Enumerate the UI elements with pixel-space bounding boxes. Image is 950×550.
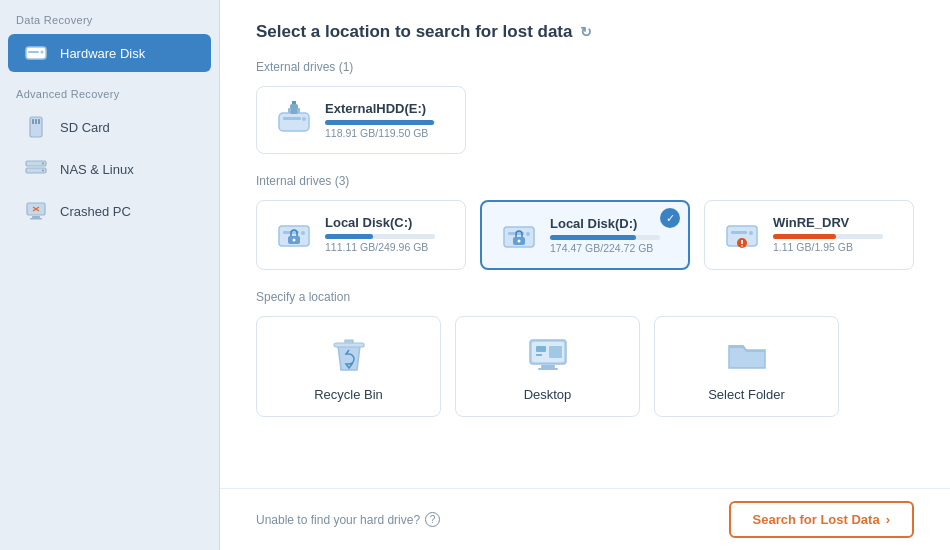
- main-content: Select a location to search for lost dat…: [220, 0, 950, 488]
- winre-name: WinRE_DRV: [773, 215, 883, 230]
- external-hdd-bar-container: [325, 120, 435, 125]
- svg-point-2: [41, 51, 44, 54]
- desktop-label: Desktop: [524, 387, 572, 402]
- external-hdd-size: 118.91 GB/119.50 GB: [325, 127, 435, 139]
- svg-rect-33: [731, 231, 747, 234]
- svg-rect-41: [536, 346, 546, 352]
- nas-linux-label: NAS & Linux: [60, 162, 134, 177]
- drive-card-winre[interactable]: WinRE_DRV 1.11 GB/1.95 GB: [704, 200, 914, 270]
- selected-check-badge: ✓: [660, 208, 680, 228]
- crashed-pc-label: Crashed PC: [60, 204, 131, 219]
- winre-size: 1.11 GB/1.95 GB: [773, 241, 883, 253]
- internal-drives-section-label: Internal drives (3): [256, 174, 914, 188]
- svg-rect-20: [288, 108, 291, 113]
- internal-drives-row: Local Disk(C:) 111.11 GB/249.96 GB ✓: [256, 200, 914, 270]
- hint-icon[interactable]: ?: [425, 512, 440, 527]
- footer: Unable to find your hard drive? ? Search…: [220, 488, 950, 550]
- external-hdd-bar: [325, 120, 434, 125]
- specify-location-row: Recycle Bin Desktop: [256, 316, 914, 417]
- svg-rect-19: [290, 104, 298, 114]
- drive-card-local-d[interactable]: ✓ Local Disk(D:): [480, 200, 690, 270]
- sd-card-icon: [22, 116, 50, 138]
- svg-point-10: [42, 170, 44, 172]
- local-c-bar: [325, 234, 373, 239]
- winre-icon: [721, 213, 763, 255]
- local-c-bar-container: [325, 234, 435, 239]
- external-drives-row: ExternalHDD(E:) 118.91 GB/119.50 GB: [256, 86, 914, 154]
- search-for-lost-data-button[interactable]: Search for Lost Data ›: [729, 501, 915, 538]
- svg-rect-6: [38, 119, 40, 124]
- desktop-icon: [524, 331, 572, 379]
- svg-rect-12: [32, 216, 40, 218]
- select-folder-label: Select Folder: [708, 387, 785, 402]
- specify-location-label: Specify a location: [256, 290, 914, 304]
- external-drives-section-label: External drives (1): [256, 60, 914, 74]
- sidebar-item-hardware-disk[interactable]: Hardware Disk: [8, 34, 211, 72]
- svg-rect-5: [35, 119, 37, 124]
- external-hdd-name: ExternalHDD(E:): [325, 101, 435, 116]
- svg-point-31: [518, 240, 521, 243]
- svg-rect-42: [536, 354, 542, 356]
- svg-point-26: [293, 239, 296, 242]
- svg-rect-4: [32, 119, 34, 124]
- local-d-bar: [550, 235, 636, 240]
- drive-card-local-c[interactable]: Local Disk(C:) 111.11 GB/249.96 GB: [256, 200, 466, 270]
- refresh-icon[interactable]: ↻: [580, 24, 592, 40]
- hardware-disk-label: Hardware Disk: [60, 46, 145, 61]
- winre-bar-container: [773, 234, 883, 239]
- svg-point-37: [741, 245, 743, 247]
- sd-card-label: SD Card: [60, 120, 110, 135]
- sidebar: Data Recovery Hardware Disk Advanced Rec…: [0, 0, 220, 550]
- local-c-icon: [273, 213, 315, 255]
- svg-point-18: [302, 117, 306, 121]
- nas-linux-icon: [22, 158, 50, 180]
- location-card-select-folder[interactable]: Select Folder: [654, 316, 839, 417]
- sidebar-item-sd-card[interactable]: SD Card: [8, 108, 211, 146]
- external-hdd-icon: [273, 99, 315, 141]
- recycle-bin-label: Recycle Bin: [314, 387, 383, 402]
- local-d-name: Local Disk(D:): [550, 216, 660, 231]
- svg-rect-13: [30, 218, 42, 220]
- footer-hint: Unable to find your hard drive? ?: [256, 512, 440, 527]
- recycle-bin-icon: [325, 331, 373, 379]
- winre-bar: [773, 234, 836, 239]
- sidebar-data-recovery-label: Data Recovery: [0, 0, 219, 32]
- local-c-name: Local Disk(C:): [325, 215, 435, 230]
- location-card-desktop[interactable]: Desktop: [455, 316, 640, 417]
- svg-point-34: [749, 231, 753, 235]
- sidebar-advanced-recovery-label: Advanced Recovery: [0, 74, 219, 106]
- location-card-recycle-bin[interactable]: Recycle Bin: [256, 316, 441, 417]
- svg-rect-44: [541, 365, 555, 368]
- sidebar-item-crashed-pc[interactable]: Crashed PC: [8, 192, 211, 230]
- sidebar-item-nas-linux[interactable]: NAS & Linux: [8, 150, 211, 188]
- svg-rect-45: [538, 368, 558, 370]
- local-d-icon: [498, 214, 540, 256]
- local-c-size: 111.11 GB/249.96 GB: [325, 241, 435, 253]
- svg-rect-21: [297, 108, 300, 113]
- local-d-size: 174.47 GB/224.72 GB: [550, 242, 660, 254]
- svg-rect-1: [28, 51, 39, 53]
- svg-rect-38: [334, 343, 364, 347]
- hardware-disk-icon: [22, 42, 50, 64]
- drive-card-external-hdd[interactable]: ExternalHDD(E:) 118.91 GB/119.50 GB: [256, 86, 466, 154]
- svg-point-24: [301, 231, 305, 235]
- svg-point-29: [526, 232, 530, 236]
- main-area: Select a location to search for lost dat…: [220, 0, 950, 550]
- crashed-pc-icon: [22, 200, 50, 222]
- svg-point-9: [42, 163, 44, 165]
- svg-rect-17: [283, 117, 301, 120]
- page-title: Select a location to search for lost dat…: [256, 22, 914, 42]
- select-folder-icon: [723, 331, 771, 379]
- local-d-bar-container: [550, 235, 660, 240]
- svg-rect-43: [549, 346, 562, 358]
- svg-rect-16: [279, 113, 309, 131]
